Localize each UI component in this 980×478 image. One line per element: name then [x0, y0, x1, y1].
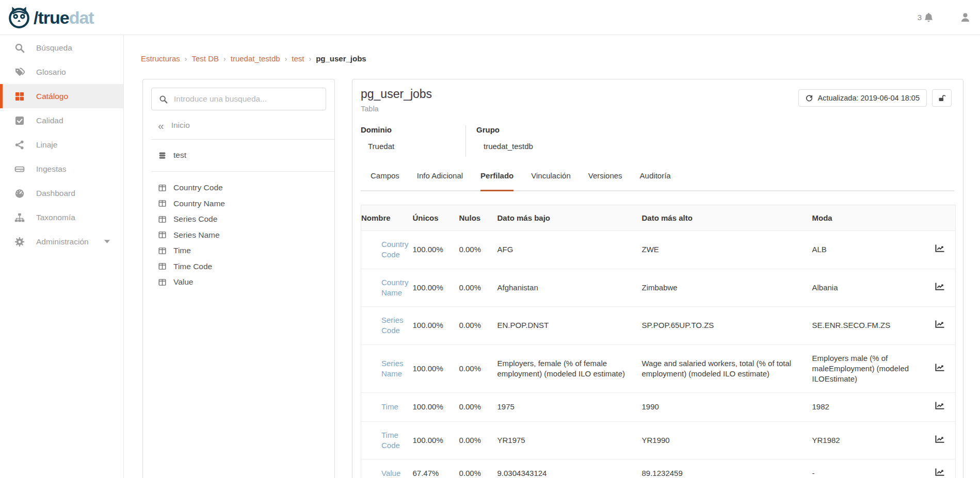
- tab-label: Versiones: [588, 171, 622, 180]
- logo-text: /truedat: [34, 9, 94, 26]
- unlock-button[interactable]: [932, 89, 952, 107]
- tab[interactable]: Vinculación: [531, 171, 570, 190]
- highest-value: Zimbabwe: [642, 269, 812, 307]
- nulls-percent: 0.00%: [459, 307, 497, 345]
- nulls-percent: 0.00%: [459, 421, 497, 459]
- back-home-label: Inicio: [171, 121, 190, 130]
- chart-line-icon[interactable]: [935, 320, 945, 328]
- mode-value: Albania: [812, 269, 935, 307]
- tab-label: Vinculación: [531, 171, 570, 180]
- sidebar-item[interactable]: Linaje: [0, 133, 123, 157]
- column-header: Moda: [812, 205, 935, 231]
- field-link[interactable]: Series Name: [381, 359, 404, 378]
- chart-line-icon[interactable]: [935, 468, 945, 476]
- domain-value: Truedat: [368, 142, 465, 151]
- truedat-logo[interactable]: /truedat: [7, 6, 94, 29]
- lowest-value: YR1975: [497, 421, 642, 459]
- mode-value: ALB: [812, 231, 935, 269]
- breadcrumb-link[interactable]: truedat_testdb: [231, 54, 280, 63]
- explorer-column-item[interactable]: Country Code: [158, 180, 334, 196]
- profile-table-row: Series Code 100.00% 0.00% EN.POP.DNST SP…: [361, 307, 956, 345]
- explorer-column-item[interactable]: Series Code: [158, 211, 334, 227]
- nulls-percent: 0.00%: [459, 269, 497, 307]
- check-square-icon: [14, 116, 25, 126]
- node-label: test: [173, 151, 186, 160]
- domain-label: Dominio: [361, 125, 465, 134]
- sidebar-item-label: Búsqueda: [36, 43, 72, 53]
- unique-percent: 100.00%: [413, 421, 459, 459]
- lowest-value: 9.0304343124: [497, 459, 642, 478]
- screen: /truedat 3 Búsqueda: [0, 0, 980, 478]
- sidebar-item[interactable]: Búsqueda: [0, 36, 123, 60]
- sidebar-item[interactable]: Calidad: [0, 108, 123, 133]
- tab[interactable]: Versiones: [588, 171, 622, 190]
- profile-table-row: Series Name 100.00% 0.00% Employers, fem…: [361, 344, 956, 393]
- breadcrumb-link[interactable]: test: [292, 54, 304, 63]
- sidebar-item[interactable]: Ingestas: [0, 157, 123, 181]
- divider: [151, 139, 334, 140]
- lowest-value: Employers, female (% of female employmen…: [497, 344, 642, 393]
- tab-label: Auditoría: [640, 171, 671, 180]
- column-item-label: Series Name: [173, 230, 220, 240]
- column-item-label: Series Code: [173, 215, 217, 224]
- explorer-column-item[interactable]: Series Name: [158, 227, 334, 243]
- explorer-column-item[interactable]: Value: [158, 274, 334, 290]
- tab[interactable]: Campos: [371, 171, 399, 190]
- table-columns-icon: [158, 246, 167, 255]
- detail-header: pg_user_jobs Tabla Actualizada: 2019-06-…: [352, 79, 963, 113]
- group-value: truedat_testdb: [484, 142, 533, 151]
- column-header-actions: [935, 205, 956, 231]
- explorer-column-item[interactable]: Time: [158, 243, 334, 259]
- user-menu-button[interactable]: [960, 12, 971, 23]
- sidebar-item[interactable]: Taxonomía: [0, 205, 123, 229]
- profile-table-header-row: Nombre Únicos Nulos Dato más bajo Dato m…: [361, 205, 956, 231]
- tab[interactable]: Auditoría: [640, 171, 671, 190]
- tab[interactable]: Info Adicional: [417, 171, 463, 190]
- updated-label: Actualizada: 2019-06-04 18:05: [817, 94, 920, 102]
- page-title: pg_user_jobs: [361, 87, 432, 101]
- column-item-label: Time Code: [173, 262, 212, 271]
- field-link[interactable]: Country Code: [381, 240, 409, 259]
- structure-type-label: Tabla: [361, 105, 432, 113]
- search-icon: [14, 43, 25, 53]
- chart-line-icon[interactable]: [935, 244, 945, 253]
- field-link[interactable]: Value: [381, 469, 400, 477]
- explorer-node-test[interactable]: test: [143, 146, 334, 164]
- breadcrumb-separator: ›: [223, 55, 226, 63]
- mode-value: SE.ENR.SECO.FM.ZS: [812, 307, 935, 345]
- table-columns-icon: [158, 184, 167, 192]
- chart-line-icon[interactable]: [935, 363, 945, 372]
- notifications-button[interactable]: 3: [918, 12, 934, 23]
- sidebar-item[interactable]: Administración: [0, 229, 123, 254]
- topbar: /truedat 3: [0, 0, 980, 35]
- refresh-updated-button[interactable]: Actualizada: 2019-06-04 18:05: [798, 89, 927, 107]
- sidebar-item-label: Ingestas: [36, 164, 67, 174]
- column-item-label: Time: [173, 246, 191, 255]
- field-link[interactable]: Country Name: [381, 278, 409, 297]
- explorer-column-item[interactable]: Country Name: [158, 196, 334, 212]
- database-icon: [158, 151, 167, 160]
- sidebar-item-label: Taxonomía: [36, 213, 75, 222]
- sidebar-item[interactable]: Dashboard: [0, 181, 123, 205]
- chart-line-icon[interactable]: [935, 282, 945, 291]
- field-link[interactable]: Series Code: [381, 316, 404, 335]
- explorer-column-item[interactable]: Time Code: [158, 259, 334, 275]
- field-link[interactable]: Time: [381, 402, 398, 411]
- sidebar-item[interactable]: Glosario: [0, 60, 123, 84]
- column-item-label: Country Code: [173, 183, 223, 192]
- explorer-search-input[interactable]: [174, 94, 320, 104]
- sidebar-item-label: Catálogo: [36, 92, 68, 101]
- chart-line-icon[interactable]: [935, 401, 945, 410]
- field-link[interactable]: Time Code: [381, 431, 400, 450]
- chart-line-icon[interactable]: [935, 435, 945, 443]
- explorer-back-home[interactable]: « Inicio: [143, 119, 334, 132]
- breadcrumb-separator: ›: [309, 55, 311, 63]
- profile-table-row: Value 67.47% 0.00% 9.0304343124 89.12324…: [361, 459, 956, 478]
- structure-detail-card: pg_user_jobs Tabla Actualizada: 2019-06-…: [352, 79, 963, 478]
- breadcrumb-link[interactable]: Test DB: [192, 54, 219, 63]
- sidebar-item[interactable]: Catálogo: [0, 84, 123, 108]
- tab[interactable]: Perfilado: [480, 171, 513, 190]
- share-icon: [14, 140, 25, 150]
- breadcrumb-link[interactable]: Estructuras: [141, 54, 180, 63]
- group-label: Grupo: [476, 125, 533, 134]
